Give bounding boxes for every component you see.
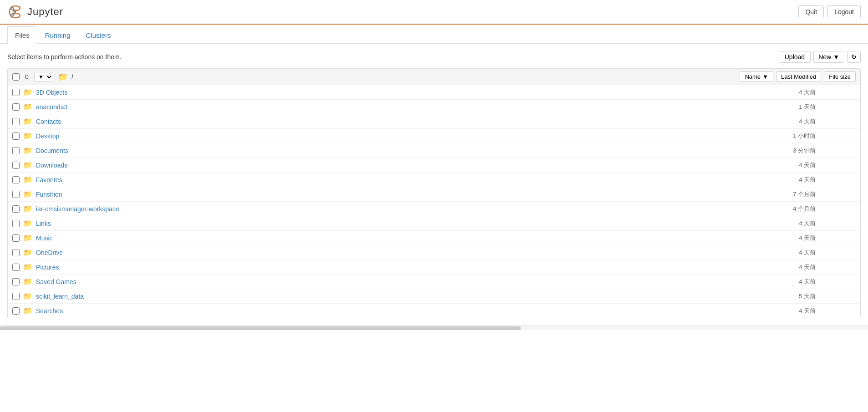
row-checkbox[interactable]	[12, 176, 20, 183]
svg-point-3	[15, 11, 16, 13]
new-dropdown-icon: ▼	[833, 53, 839, 61]
file-modified: 4 天前	[761, 117, 816, 126]
file-name[interactable]: Pictures	[36, 264, 757, 271]
row-checkbox[interactable]	[12, 234, 20, 242]
jupyter-logo-icon	[7, 4, 24, 20]
new-button[interactable]: New ▼	[813, 51, 844, 63]
folder-icon: 📁	[23, 204, 32, 213]
row-checkbox[interactable]	[12, 293, 20, 300]
toolbar-dropdown[interactable]: ▼	[34, 72, 53, 82]
file-name[interactable]: scikit_learn_data	[36, 293, 757, 300]
file-name[interactable]: 3D Objects	[36, 89, 757, 96]
table-row: 📁 Funshion 7 个月前	[8, 187, 860, 202]
folder-icon: 📁	[23, 306, 32, 315]
tab-running[interactable]: Running	[37, 26, 78, 44]
row-checkbox[interactable]	[12, 278, 20, 285]
file-modified: 4 天前	[761, 219, 816, 228]
topbar: Jupyter Quit Logout	[0, 0, 868, 25]
file-name[interactable]: Favorites	[36, 176, 757, 183]
folder-icon: 📁	[23, 146, 32, 155]
row-checkbox[interactable]	[12, 249, 20, 256]
file-modified: 4 个月前	[761, 205, 816, 213]
table-row: 📁 Favorites 4 天前	[8, 173, 860, 187]
name-column-header[interactable]: Name ▼	[740, 71, 773, 82]
file-name[interactable]: Music	[36, 234, 757, 242]
file-name[interactable]: Funshion	[36, 191, 757, 198]
table-row: 📁 3D Objects 4 天前	[8, 85, 860, 100]
tab-clusters[interactable]: Clusters	[78, 26, 119, 44]
svg-point-0	[11, 6, 20, 10]
file-modified: 4 天前	[761, 278, 816, 286]
table-row: 📁 iar-cmsismanager-workspace 4 个月前	[8, 202, 860, 216]
file-name[interactable]: iar-cmsismanager-workspace	[36, 205, 757, 213]
folder-icon: 📁	[23, 102, 32, 111]
logo: Jupyter	[7, 4, 63, 20]
file-modified: 4 天前	[761, 249, 816, 257]
app-title: Jupyter	[27, 6, 63, 18]
svg-point-1	[11, 13, 20, 18]
row-checkbox[interactable]	[12, 220, 20, 227]
file-size-label: File size	[829, 73, 851, 80]
file-name[interactable]: Downloads	[36, 162, 757, 169]
row-checkbox[interactable]	[12, 132, 20, 140]
svg-point-2	[10, 7, 14, 16]
file-name[interactable]: Searches	[36, 307, 757, 315]
tab-files[interactable]: Files	[7, 26, 37, 44]
file-size-column-header[interactable]: File size	[824, 71, 856, 82]
file-name[interactable]: Links	[36, 220, 757, 227]
row-checkbox[interactable]	[12, 307, 20, 315]
row-checkbox[interactable]	[12, 118, 20, 125]
current-path: /	[71, 73, 73, 81]
table-row: 📁 Pictures 4 天前	[8, 260, 860, 275]
last-modified-column-header[interactable]: Last Modified	[776, 71, 821, 82]
file-table-toolbar: 0 ▼ 📁 / Name ▼ Last Modified File size	[8, 69, 860, 85]
row-checkbox[interactable]	[12, 205, 20, 213]
file-name[interactable]: Documents	[36, 147, 757, 154]
upload-button[interactable]: Upload	[779, 51, 811, 63]
table-row: 📁 Music 4 天前	[8, 231, 860, 245]
file-name[interactable]: anaconda3	[36, 103, 757, 111]
row-checkbox[interactable]	[12, 264, 20, 271]
file-modified: 4 天前	[761, 307, 816, 315]
file-rows: 📁 3D Objects 4 天前 📁 anaconda3 1 天前 📁 Con…	[8, 85, 860, 318]
row-checkbox[interactable]	[12, 162, 20, 169]
table-row: 📁 Saved Games 4 天前	[8, 275, 860, 289]
refresh-button[interactable]: ↻	[847, 51, 861, 63]
folder-icon: 📁	[23, 219, 32, 228]
table-row: 📁 anaconda3 1 天前	[8, 100, 860, 114]
folder-icon: 📁	[23, 117, 32, 126]
logout-button[interactable]: Logout	[827, 5, 861, 18]
horizontal-scrollbar[interactable]	[0, 326, 868, 330]
file-modified: 4 天前	[761, 88, 816, 97]
folder-icon: 📁	[23, 132, 32, 140]
file-name[interactable]: Saved Games	[36, 278, 757, 285]
folder-icon: 📁	[23, 277, 32, 286]
instruction-text: Select items to perform actions on them.	[7, 53, 122, 61]
file-name[interactable]: Desktop	[36, 132, 757, 140]
file-modified: 4 天前	[761, 234, 816, 242]
row-checkbox[interactable]	[12, 191, 20, 198]
new-label: New	[818, 53, 831, 61]
file-modified: 7 个月前	[761, 190, 816, 198]
file-browser-header: Select items to perform actions on them.…	[7, 51, 861, 63]
file-modified: 3 分钟前	[761, 147, 816, 155]
header-actions: Upload New ▼ ↻	[779, 51, 861, 63]
file-modified: 4 天前	[761, 263, 816, 271]
file-modified: 4 天前	[761, 161, 816, 169]
quit-button[interactable]: Quit	[798, 5, 824, 18]
table-row: 📁 Contacts 4 天前	[8, 114, 860, 129]
table-row: 📁 Searches 4 天前	[8, 304, 860, 318]
file-modified: 1 天前	[761, 103, 816, 111]
file-modified: 1 小时前	[761, 132, 816, 140]
file-name[interactable]: OneDrive	[36, 249, 757, 256]
folder-icon: 📁	[23, 292, 32, 300]
row-checkbox[interactable]	[12, 147, 20, 154]
file-name[interactable]: Contacts	[36, 118, 757, 125]
select-all-checkbox[interactable]	[12, 73, 20, 81]
row-checkbox[interactable]	[12, 89, 20, 96]
row-checkbox[interactable]	[12, 103, 20, 111]
folder-icon: 📁	[23, 234, 32, 242]
file-browser: Select items to perform actions on them.…	[0, 44, 868, 326]
folder-icon: 📁	[23, 248, 32, 257]
selected-count: 0	[22, 73, 31, 81]
